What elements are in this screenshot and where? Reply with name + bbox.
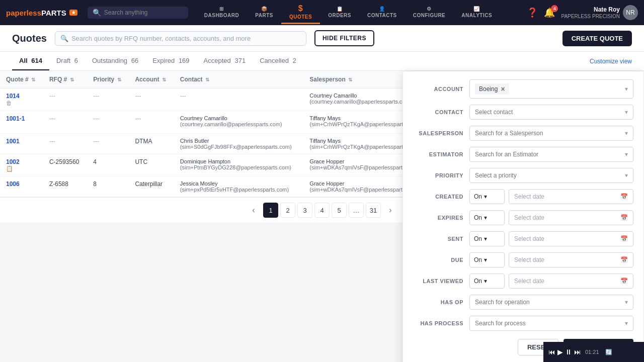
contact-filter-search[interactable] — [475, 109, 625, 116]
page-button-31[interactable]: 31 — [366, 203, 381, 218]
priority-filter-search[interactable] — [475, 172, 625, 179]
nav-item-parts[interactable]: 📦 PARTS — [247, 3, 281, 23]
video-refresh-icon[interactable]: 🔄 — [605, 349, 612, 355]
page-button-2[interactable]: 2 — [280, 203, 295, 218]
due-date-input[interactable]: Select date 📅 — [509, 252, 633, 267]
tabs-bar: All 614 Draft 6 Outstanding 66 Expired 1… — [0, 52, 644, 71]
search-input[interactable] — [104, 9, 180, 16]
has-process-filter-label: HAS PROCESS — [413, 320, 463, 326]
sent-date-row: On ▾ Select date 📅 — [469, 231, 633, 246]
has-op-filter-search[interactable] — [475, 299, 625, 306]
video-controls: ⏮ ▶ ⏸ ⏭ — [548, 348, 581, 356]
video-pause-button[interactable]: ⏸ — [565, 348, 572, 356]
nav-item-contacts[interactable]: 👤 CONTACTS — [359, 3, 405, 23]
created-date-input[interactable]: Select date 📅 — [509, 189, 633, 204]
expires-date-input[interactable]: Select date 📅 — [509, 210, 633, 225]
tab-accepted[interactable]: Accepted 371 — [197, 52, 253, 70]
nav-item-configure[interactable]: ⚙ CONFIGURE — [405, 3, 454, 23]
due-date-select[interactable]: On ▾ — [469, 252, 505, 267]
nav-item-dashboard[interactable]: ⊞ DASHBOARD — [196, 3, 248, 23]
next-page-button[interactable]: › — [383, 203, 398, 218]
nav-item-orders[interactable]: 📋 ORDERS — [320, 3, 359, 23]
estimator-filter-input[interactable]: ▾ — [469, 147, 633, 162]
logo-text: paperlessPARTS — [6, 9, 66, 17]
contact-filter-input[interactable]: ▾ — [469, 105, 633, 120]
filter-last-viewed-row: LAST VIEWED On ▾ Select date 📅 — [413, 274, 633, 289]
cell-quote-num[interactable]: 1001 — [0, 134, 43, 154]
priority-filter-input[interactable]: ▾ — [469, 168, 633, 183]
quote-search[interactable]: 🔍 — [55, 31, 306, 46]
account-filter-input[interactable]: Boeing × ▾ — [469, 79, 633, 99]
last-viewed-date-input[interactable]: Select date 📅 — [509, 274, 633, 289]
cell-quote-num[interactable]: 1014 🗑 — [0, 88, 43, 111]
col-quote-num[interactable]: Quote # ⇅ — [0, 71, 43, 88]
user-info[interactable]: Nate Roy PAPERLESS PRECISION NR — [561, 5, 638, 20]
expires-date-select[interactable]: On ▾ — [469, 210, 505, 225]
cell-priority: --- — [87, 111, 129, 134]
chevron-down-icon: ▾ — [484, 278, 487, 285]
video-rewind-button[interactable]: ⏮ — [548, 348, 555, 356]
hide-filters-button[interactable]: HIDE FILTERS — [314, 30, 374, 46]
cell-priority: --- — [87, 88, 129, 111]
page-button-3[interactable]: 3 — [297, 203, 312, 218]
cell-account: UTC — [129, 154, 174, 176]
page-button-4[interactable]: 4 — [314, 203, 330, 218]
chevron-down-icon: ▾ — [625, 320, 628, 327]
tab-draft[interactable]: Draft 6 — [49, 52, 85, 70]
has-process-filter-search[interactable] — [475, 320, 625, 327]
cell-quote-num[interactable]: 1006 — [0, 176, 43, 197]
due-date-row: On ▾ Select date 📅 — [469, 252, 633, 267]
calendar-icon: 📅 — [620, 193, 628, 200]
logo[interactable]: paperlessPARTS ★ — [6, 9, 77, 17]
cell-priority: --- — [87, 134, 129, 154]
sent-filter-label: SENT — [413, 236, 463, 242]
video-play-button[interactable]: ▶ — [557, 348, 563, 356]
notifications[interactable]: 🔔 4 — [544, 7, 555, 18]
global-search[interactable]: 🔍 — [88, 7, 188, 19]
filter-account-row: ACCOUNT Boeing × ▾ — [413, 79, 633, 99]
chevron-down-icon: ▾ — [625, 172, 628, 179]
sent-date-input[interactable]: Select date 📅 — [509, 231, 633, 246]
salesperson-filter-search[interactable] — [475, 130, 625, 137]
search-icon: 🔍 — [60, 35, 68, 42]
col-account[interactable]: Account ⇅ — [129, 71, 174, 88]
tab-all[interactable]: All 614 — [12, 52, 49, 70]
filter-priority-row: PRIORITY ▾ — [413, 168, 633, 183]
nav-item-analytics[interactable]: 📈 ANALYTICS — [453, 3, 500, 23]
nav-item-quotes[interactable]: $ QUOTES — [281, 1, 320, 24]
tab-expired[interactable]: Expired 169 — [145, 52, 196, 70]
last-viewed-date-select[interactable]: On ▾ — [469, 274, 505, 289]
col-priority[interactable]: Priority ⇅ — [87, 71, 129, 88]
cell-account: --- — [129, 88, 174, 111]
cell-quote-num[interactable]: 1002 📋 — [0, 154, 43, 176]
video-forward-button[interactable]: ⏭ — [574, 348, 581, 356]
filter-sent-row: SENT On ▾ Select date 📅 — [413, 231, 633, 246]
col-rfq-num[interactable]: RFQ # ⇅ — [43, 71, 87, 88]
estimator-filter-search[interactable] — [475, 151, 625, 158]
account-filter-label: ACCOUNT — [413, 86, 463, 92]
has-process-filter-input[interactable]: ▾ — [469, 316, 633, 331]
cell-contact: Jessica Mosley(sim+pxPd5tEr5vHTF@paperle… — [174, 176, 304, 197]
help-icon[interactable]: ❓ — [527, 7, 538, 18]
salesperson-filter-input[interactable]: ▾ — [469, 126, 633, 141]
created-date-select[interactable]: On ▾ — [469, 189, 505, 204]
tab-cancelled[interactable]: Cancelled 2 — [253, 52, 303, 70]
has-op-filter-input[interactable]: ▾ — [469, 295, 633, 310]
cell-quote-num[interactable]: 1001-1 — [0, 111, 43, 134]
tab-outstanding[interactable]: Outstanding 66 — [85, 52, 145, 70]
prev-page-button[interactable]: ‹ — [246, 203, 261, 218]
page-button-5[interactable]: 5 — [332, 203, 347, 218]
cell-rfq: --- — [43, 88, 87, 111]
sent-date-select[interactable]: On ▾ — [469, 231, 505, 246]
col-contact[interactable]: Contact ⇅ — [174, 71, 304, 88]
cell-contact: --- — [174, 88, 304, 111]
create-quote-button[interactable]: CREATE QUOTE — [562, 31, 632, 46]
filter-has-op-row: HAS OP ▾ — [413, 295, 633, 310]
customize-view-link[interactable]: Customize view — [590, 53, 632, 70]
orders-icon: 📋 — [337, 6, 343, 12]
quote-search-input[interactable] — [71, 35, 301, 42]
page-button-1[interactable]: 1 — [263, 203, 278, 218]
calendar-icon: 📅 — [620, 256, 628, 263]
remove-account-tag[interactable]: × — [501, 85, 505, 93]
chevron-down-icon: ▾ — [484, 256, 487, 263]
